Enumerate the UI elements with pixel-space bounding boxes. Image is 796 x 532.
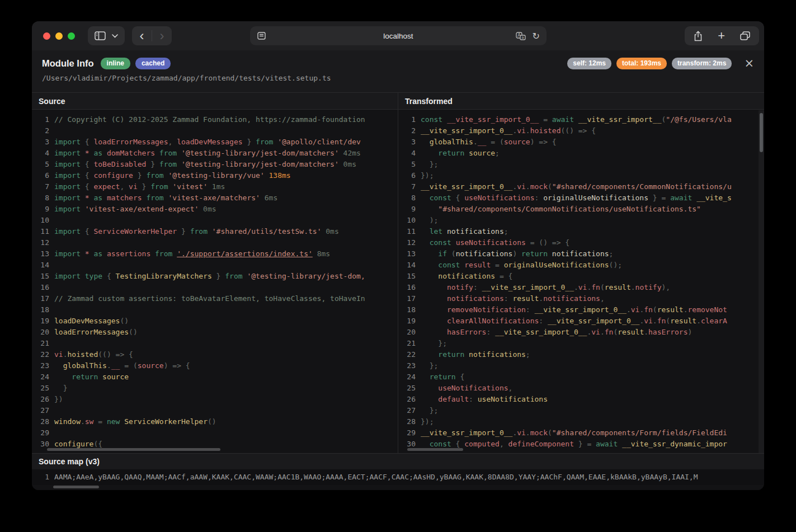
line-number: 22 xyxy=(398,349,421,360)
line-number: 26 xyxy=(32,394,54,405)
line-number: 5 xyxy=(32,159,54,170)
toolbar-actions-group: + xyxy=(685,26,759,45)
close-icon[interactable]: × xyxy=(744,58,754,69)
code-line: 29 xyxy=(32,427,398,439)
code-line: 27 xyxy=(32,405,398,416)
browser-window: ‹ › localhost A a xyxy=(32,21,764,490)
line-number: 16 xyxy=(398,282,421,293)
code-line: 11import { ServiceWorkerHelper } from '#… xyxy=(32,226,398,237)
badge-inline: inline xyxy=(101,58,130,69)
code-line: 20loadErrorMessages() xyxy=(32,327,398,338)
code-line: 2__vite_ssr_import_0__.vi.hoisted(() => … xyxy=(398,125,764,136)
code-line: 19loadDevMessages() xyxy=(32,316,398,327)
line-number: 24 xyxy=(398,371,421,383)
code-line: 21 xyxy=(32,338,398,349)
line-number: 28 xyxy=(32,416,54,427)
forward-button[interactable]: › xyxy=(152,26,172,45)
sourcemap-hscrollbar[interactable] xyxy=(53,486,99,488)
code-line: 13 if (notifications) return notificatio… xyxy=(398,248,764,260)
code-line: 23 }; xyxy=(398,360,764,371)
sourcemap-title: Source map (v3) xyxy=(32,453,764,469)
line-number: 12 xyxy=(32,237,54,248)
line-number: 29 xyxy=(398,427,421,439)
share-icon[interactable] xyxy=(694,26,703,45)
line-number: 23 xyxy=(398,360,421,371)
reload-icon[interactable]: ↻ xyxy=(533,31,540,41)
line-number: 3 xyxy=(398,136,421,148)
back-button[interactable]: ‹ xyxy=(132,26,152,45)
source-hscrollbar[interactable] xyxy=(47,448,220,451)
translate-icon[interactable]: A a xyxy=(516,32,526,40)
line-number: 2 xyxy=(32,125,54,136)
code-line: 6import { configure } from '@testing-lib… xyxy=(32,170,398,181)
line-number: 4 xyxy=(398,148,421,159)
code-line: 17// Zammad custom assertions: toBeAvata… xyxy=(32,293,398,304)
code-line: 8import * as matchers from 'vitest-axe/m… xyxy=(32,192,398,204)
module-file-link[interactable]: './support/assertions/index.ts' xyxy=(177,249,313,258)
line-number: 5 xyxy=(398,159,421,170)
sidebar-toggle-group xyxy=(88,26,125,45)
code-line: 29__vite_ssr_import_0__.vi.mock("#shared… xyxy=(398,427,764,439)
line-number: 20 xyxy=(32,327,54,338)
code-line: 4 return source; xyxy=(398,148,764,159)
code-line: 7__vite_ssr_import_0__.vi.mock("#shared/… xyxy=(398,181,764,192)
source-code: 1// Copyright (C) 2012-2025 Zammad Found… xyxy=(32,110,398,453)
line-number: 1 xyxy=(32,469,54,485)
line-number: 8 xyxy=(398,192,421,204)
svg-text:a: a xyxy=(521,35,524,40)
code-line: 1// Copyright (C) 2012-2025 Zammad Found… xyxy=(32,114,398,125)
code-line: 2 xyxy=(32,125,398,136)
line-number: 26 xyxy=(398,394,421,405)
timing-badges: self: 12mstotal: 193mstransform: 2ms xyxy=(567,58,732,69)
code-line: 9import 'vitest-axe/extend-expect' 0ms xyxy=(32,204,398,215)
code-line: 26}) xyxy=(32,394,398,405)
code-line: 20 hasErrors: __vite_ssr_import_0__.vi.f… xyxy=(398,327,764,338)
line-number: 10 xyxy=(32,215,54,226)
sidebar-icon[interactable] xyxy=(95,31,106,40)
sourcemap-section: Source map (v3) 1AAMA;AAeA,yBAAG,QAAQ,MA… xyxy=(32,453,764,490)
code-line: 12 xyxy=(32,237,398,248)
line-number: 19 xyxy=(32,316,54,327)
code-line: 4import * as domMatchers from '@testing-… xyxy=(32,148,398,159)
zoom-window-button[interactable] xyxy=(68,32,75,40)
line-number: 9 xyxy=(398,204,421,215)
code-line: 16 xyxy=(32,282,398,293)
line-number: 17 xyxy=(32,293,54,304)
url-text[interactable]: localhost xyxy=(250,32,547,40)
line-number: 10 xyxy=(398,215,421,226)
code-line: 24 return source xyxy=(32,371,398,383)
code-line: 14 xyxy=(32,260,398,271)
code-line: 1AAMA;AAeA,yBAAG,QAAQ,MAAM;AACf,aAAW,KAA… xyxy=(32,469,764,485)
chevron-down-icon[interactable] xyxy=(112,34,118,38)
code-line: 9 "#shared/components/CommonNotification… xyxy=(398,204,764,215)
line-number: 17 xyxy=(398,293,421,304)
code-line: 5 }; xyxy=(398,159,764,170)
new-tab-button[interactable]: + xyxy=(718,26,725,45)
code-line: 3 globalThis.__ = (source) => { xyxy=(398,136,764,148)
browser-toolbar: ‹ › localhost A a xyxy=(32,21,764,50)
line-number: 6 xyxy=(398,170,421,181)
code-line: 15import type { TestingLibraryMatchers }… xyxy=(32,271,398,282)
line-number: 12 xyxy=(398,237,421,248)
line-number: 21 xyxy=(32,338,54,349)
code-line: 10 xyxy=(32,215,398,226)
badge-cached: cached xyxy=(135,58,171,69)
page-title: Module Info xyxy=(42,58,94,69)
close-window-button[interactable] xyxy=(43,32,50,40)
source-panel: Source 1// Copyright (C) 2012-2025 Zamma… xyxy=(32,93,398,453)
code-line: 21 }; xyxy=(398,338,764,349)
line-number: 15 xyxy=(398,271,421,282)
timing-transform: transform: 2ms xyxy=(672,58,732,69)
minimize-window-button[interactable] xyxy=(55,32,63,40)
line-number: 27 xyxy=(398,405,421,416)
line-number: 18 xyxy=(32,304,54,316)
tab-overview-icon[interactable] xyxy=(740,26,750,45)
url-bar[interactable]: localhost A a ↻ xyxy=(250,26,547,45)
code-line: 18 removeNotification: __vite_ssr_import… xyxy=(398,304,764,316)
transformed-hscrollbar[interactable] xyxy=(407,448,463,451)
line-number: 29 xyxy=(32,427,54,439)
transformed-vscrollbar[interactable] xyxy=(760,113,763,152)
line-number: 11 xyxy=(398,226,421,237)
transformed-code: 1const __vite_ssr_import_0__ = await __v… xyxy=(398,110,764,453)
line-number: 1 xyxy=(32,114,54,125)
